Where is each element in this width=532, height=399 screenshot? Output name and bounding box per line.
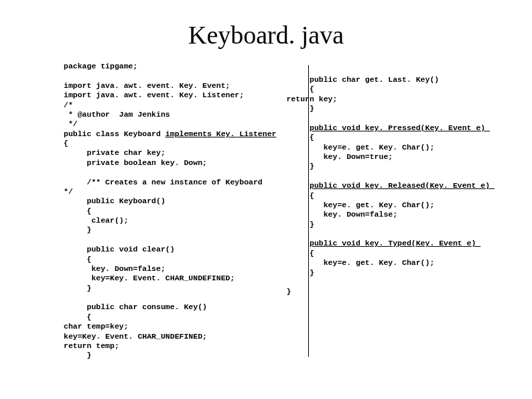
code-line: clear(); <box>64 216 129 225</box>
code-line: public class Keyboard <box>64 129 165 138</box>
code-line: /** Creates a new instance of Keyboard <box>64 178 263 186</box>
code-line: import java. awt. event. Key. Event; <box>64 81 230 90</box>
code-line: { <box>64 312 91 321</box>
code-columns: package tipgame; import java. awt. event… <box>0 62 532 374</box>
code-line: return key; <box>286 95 337 103</box>
code-line: } <box>64 225 91 234</box>
code-line: public char consume. Key() <box>64 302 207 311</box>
code-line: public char get. Last. Key() <box>286 75 439 84</box>
code-line: { <box>64 139 68 148</box>
code-line: key=Key. Event. CHAR_UNDEFINED; <box>64 274 235 282</box>
code-line: package tipgame; <box>64 62 137 70</box>
code-line: public void clear() <box>64 245 175 253</box>
code-line: key=e. get. Key. Char(); <box>286 143 434 152</box>
code-line: return temp; <box>64 341 119 350</box>
code-line: private char key; <box>64 148 165 157</box>
code-line: public Keyboard() <box>64 196 165 205</box>
right-column: public char get. Last. Key() { return ke… <box>276 62 494 361</box>
code-line: key=Key. Event. CHAR_UNDEFINED; <box>64 332 207 341</box>
code-line: } <box>286 287 291 296</box>
code-line: key=e. get. Key. Char(); <box>286 258 434 267</box>
code-line: { <box>286 133 314 141</box>
code-line: } <box>64 284 91 292</box>
code-underline: public void key. Released(Key. Event e) <box>310 181 494 190</box>
code-line: */ <box>64 119 78 128</box>
code-line: * @author Jam Jenkins <box>64 110 170 119</box>
code-underline: implements Key. Listener <box>165 129 277 138</box>
code-line: { <box>64 255 91 264</box>
code-line: } <box>286 220 314 229</box>
code-line: } <box>64 351 91 359</box>
code-line <box>286 181 310 190</box>
code-line: { <box>286 84 314 93</box>
code-line: { <box>64 207 91 215</box>
code-line: { <box>286 191 314 200</box>
code-line: import java. awt. event. Key. Listener; <box>64 91 244 99</box>
code-underline: public void key. Typed(Key. Event e) <box>310 239 480 247</box>
code-line: key. Down=true; <box>286 152 393 161</box>
code-line: private boolean key. Down; <box>64 158 207 167</box>
code-line: /* <box>64 101 73 109</box>
code-line: */ <box>64 187 73 196</box>
left-column: package tipgame; import java. awt. event… <box>64 62 276 361</box>
code-line: char temp=key; <box>64 322 129 331</box>
code-line: } <box>286 104 314 113</box>
code-underline: public void key. Pressed(Key. Event e) <box>310 123 490 132</box>
code-line: key. Down=false; <box>286 210 397 219</box>
code-line: { <box>286 249 314 258</box>
code-line: key=e. get. Key. Char(); <box>286 201 434 209</box>
code-line: key. Down=false; <box>64 264 165 273</box>
code-line: } <box>286 268 314 277</box>
code-line <box>286 239 310 247</box>
code-line <box>286 123 310 132</box>
code-line: } <box>286 162 314 170</box>
page-title: Keyboard. java <box>0 0 532 62</box>
